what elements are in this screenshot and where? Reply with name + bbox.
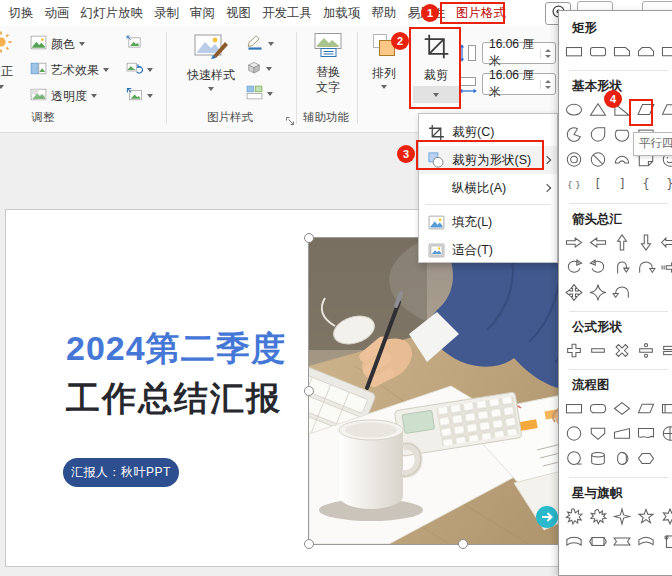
picture-border-button[interactable] bbox=[246, 34, 274, 54]
shape-minus-icon[interactable] bbox=[586, 339, 610, 363]
shape-row bbox=[559, 230, 672, 255]
tab-help[interactable]: 帮助 bbox=[366, 0, 402, 26]
shape-multiply-icon[interactable] bbox=[610, 339, 634, 363]
shape-block-arc-icon[interactable] bbox=[610, 148, 634, 172]
menu-item-aspect-ratio[interactable]: 纵横比(A) bbox=[419, 174, 557, 202]
shape-direct-access-icon[interactable] bbox=[610, 447, 634, 471]
height-input[interactable]: 16.06 厘米 bbox=[482, 42, 556, 64]
reset-picture-button[interactable] bbox=[126, 86, 153, 106]
shape-left-bracket-icon[interactable]: [ bbox=[586, 173, 610, 197]
shape-right-brace-icon[interactable]: } bbox=[658, 173, 672, 197]
shape-bent-arch-icon[interactable] bbox=[634, 256, 658, 280]
shape-star-6-icon[interactable] bbox=[658, 505, 672, 529]
shape-arrow-left-icon[interactable] bbox=[586, 231, 610, 255]
menu-item-fill[interactable]: 填充(L) bbox=[419, 208, 557, 236]
tab-addins[interactable]: 加载项 bbox=[318, 0, 367, 26]
shape-explosion-2-icon[interactable] bbox=[586, 505, 610, 529]
slide-title-line1[interactable]: 2024第二季度 bbox=[66, 326, 286, 372]
shape-u-turn-icon[interactable] bbox=[610, 256, 634, 280]
width-stepper[interactable] bbox=[540, 80, 551, 89]
color-button[interactable]: 颜色 bbox=[30, 34, 85, 54]
tab-developer[interactable]: 开发工具 bbox=[257, 0, 318, 26]
selection-handle-mid-left[interactable] bbox=[304, 386, 314, 396]
shape-snip-corner-icon[interactable] bbox=[610, 40, 634, 64]
picture-effects-button[interactable] bbox=[246, 59, 272, 79]
tab-review[interactable]: 审阅 bbox=[185, 0, 221, 26]
shape-snip-same-side-icon[interactable] bbox=[634, 40, 658, 64]
shape-explosion-1-icon[interactable] bbox=[562, 505, 586, 529]
shape-data-icon[interactable] bbox=[634, 397, 658, 421]
shape-decision-icon[interactable] bbox=[610, 397, 634, 421]
tab-animation[interactable]: 动画 bbox=[39, 0, 75, 26]
compress-picture-button[interactable] bbox=[126, 34, 143, 54]
shape-ribbon-flat-icon[interactable] bbox=[586, 530, 610, 554]
shape-ribbon-curved-icon[interactable] bbox=[634, 530, 658, 554]
menu-item-fit[interactable]: 适合(T) bbox=[419, 236, 557, 264]
shape-manual-input-icon[interactable] bbox=[610, 422, 634, 446]
selection-handle-bottom-center[interactable] bbox=[458, 539, 468, 549]
shape-right-bracket-icon[interactable]: ] bbox=[610, 173, 634, 197]
shape-connector-icon[interactable] bbox=[562, 422, 586, 446]
height-stepper[interactable] bbox=[540, 49, 551, 58]
shape-double-brace-icon[interactable]: { } bbox=[562, 173, 586, 197]
shape-chord-icon[interactable] bbox=[610, 123, 634, 147]
tab-slideshow[interactable]: 幻灯片放映 bbox=[75, 0, 149, 26]
shape-arrow-left-right-icon[interactable] bbox=[658, 231, 672, 255]
shape-alt-process-icon[interactable] bbox=[586, 397, 610, 421]
shape-star-5-icon[interactable] bbox=[634, 505, 658, 529]
shape-four-way-icon[interactable] bbox=[586, 281, 610, 305]
shape-rect-icon[interactable] bbox=[562, 40, 586, 64]
shape-ribbon-notched-icon[interactable] bbox=[610, 530, 634, 554]
shape-round-corner-icon[interactable] bbox=[658, 40, 672, 64]
shape-curved-right-icon[interactable] bbox=[586, 256, 610, 280]
picture-layout-button[interactable] bbox=[246, 84, 273, 104]
slide-title-line2[interactable]: 工作总结汇报 bbox=[66, 376, 282, 422]
shape-left-brace-icon[interactable]: { bbox=[634, 173, 658, 197]
picture-layout-icon bbox=[246, 85, 263, 104]
shape-no-symbol-icon[interactable] bbox=[586, 148, 610, 172]
shape-teardrop-icon[interactable] bbox=[586, 123, 610, 147]
alt-text-button[interactable]: 替换文字 bbox=[302, 32, 354, 95]
tab-view[interactable]: 视图 bbox=[221, 0, 257, 26]
tab-transition[interactable]: 切换 bbox=[3, 0, 39, 26]
shape-plus-icon[interactable] bbox=[562, 339, 586, 363]
shape-bent-arch-2-icon[interactable] bbox=[610, 281, 634, 305]
shape-arrow-up-icon[interactable] bbox=[610, 231, 634, 255]
selection-handle-top-left[interactable] bbox=[304, 233, 314, 243]
shape-process-icon[interactable] bbox=[562, 397, 586, 421]
change-picture-button[interactable] bbox=[126, 60, 153, 80]
adjust-group-label: 调整 bbox=[8, 110, 78, 125]
tab-record[interactable]: 录制 bbox=[149, 0, 185, 26]
shape-ribbon-up-icon[interactable] bbox=[562, 530, 586, 554]
transparency-button[interactable]: 透明度 bbox=[30, 86, 97, 106]
shape-star-4-icon[interactable] bbox=[610, 505, 634, 529]
shape-or-icon[interactable] bbox=[658, 422, 672, 446]
shape-quad-arrow-icon[interactable] bbox=[562, 281, 586, 305]
shape-vertical-scroll-icon[interactable] bbox=[658, 530, 672, 554]
shape-preparation-icon[interactable] bbox=[634, 447, 658, 471]
width-input[interactable]: 16.06 厘米 bbox=[482, 73, 556, 95]
shape-predefined-icon[interactable] bbox=[658, 397, 672, 421]
shape-merge-icon[interactable] bbox=[586, 422, 610, 446]
shape-cylinder-icon[interactable] bbox=[586, 447, 610, 471]
shape-oval-icon[interactable] bbox=[562, 98, 586, 122]
corrections-button[interactable]: 校正 bbox=[0, 30, 24, 89]
selection-handle-bottom-left[interactable] bbox=[304, 539, 314, 549]
shape-sequential-icon[interactable] bbox=[562, 447, 586, 471]
quick-styles-button[interactable]: 快速样式 bbox=[180, 32, 242, 91]
presenter-badge[interactable]: 汇报人：秋叶PPT bbox=[63, 458, 179, 487]
shape-document-icon[interactable] bbox=[634, 422, 658, 446]
shape-arrow-down-icon[interactable] bbox=[634, 231, 658, 255]
height-value: 16.06 厘米 bbox=[489, 36, 540, 70]
shape-curved-left-icon[interactable] bbox=[562, 256, 586, 280]
shape-equal-icon[interactable] bbox=[658, 339, 672, 363]
dialog-launcher-icon[interactable] bbox=[285, 112, 295, 130]
shape-divide-icon[interactable] bbox=[634, 339, 658, 363]
shape-donut-icon[interactable] bbox=[562, 148, 586, 172]
shape-pie-icon[interactable] bbox=[562, 123, 586, 147]
shape-trapezoid-icon[interactable] bbox=[658, 98, 672, 122]
artistic-effects-button[interactable]: 艺术效果 bbox=[30, 60, 109, 80]
shape-round-rect-icon[interactable] bbox=[586, 40, 610, 64]
shape-striped-right-icon[interactable] bbox=[658, 256, 672, 280]
shape-arrow-right-icon[interactable] bbox=[562, 231, 586, 255]
